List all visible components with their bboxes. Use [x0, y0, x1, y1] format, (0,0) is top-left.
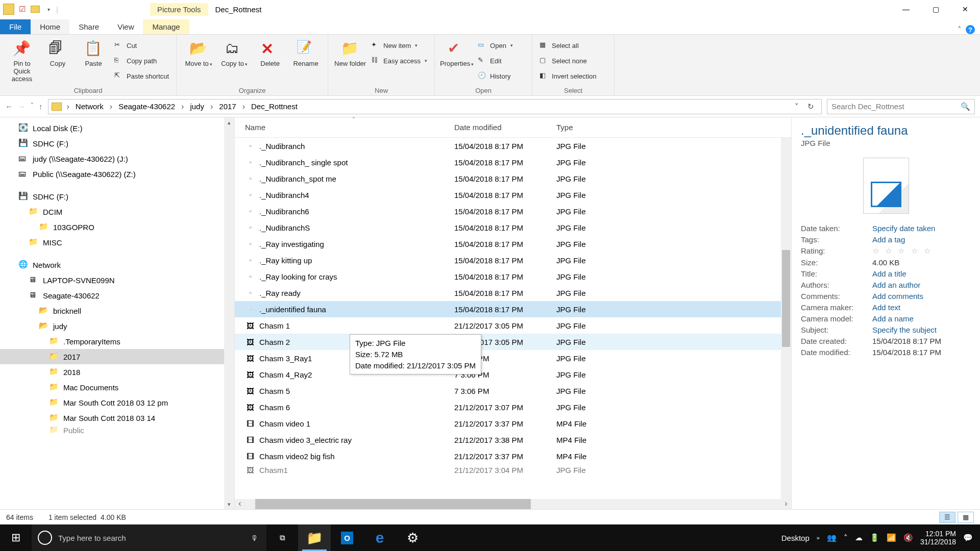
details-row[interactable]: Camera maker:Add text [801, 303, 971, 312]
tree-item[interactable]: 📁2017 [0, 349, 234, 364]
file-row[interactable]: 🎞Chasm video 3_electric ray21/12/2017 3:… [235, 432, 791, 448]
ribbon-collapse-icon[interactable]: ˄ [958, 25, 962, 34]
volume-icon[interactable]: 🔇 [903, 533, 913, 542]
close-button[interactable]: ✕ [950, 0, 980, 18]
bc-network[interactable]: Network [75, 102, 105, 111]
taskbar-outlook[interactable]: O [331, 524, 363, 551]
qat-dropdown-icon[interactable]: ▾ [43, 4, 54, 15]
tree-item[interactable]: 📁Public [0, 425, 234, 435]
copy-button[interactable]: 🗐 Copy [41, 37, 75, 68]
new-item-button[interactable]: ✦New item▾ [369, 39, 429, 52]
horizontal-scrollbar[interactable]: ‹ › [235, 499, 791, 509]
tree-item[interactable]: 🌐Network [0, 257, 234, 272]
contextual-tab-picture-tools[interactable]: Picture Tools [150, 3, 208, 16]
tree-item[interactable]: 🖴Public (\\Seagate-430622) (Z:) [0, 166, 234, 182]
file-row[interactable]: ▫️._Ray investigating15/04/2018 8:17 PMJ… [235, 236, 791, 252]
rename-button[interactable]: 📝Rename [289, 37, 323, 68]
breadcrumb[interactable]: Network Seagate-430622 judy 2017 Dec_Rot… [48, 99, 822, 114]
properties-button[interactable]: ✔Properties▾ [440, 37, 474, 68]
action-center-icon[interactable]: 💬 [963, 533, 973, 542]
tree-scrollbar[interactable]: ▴▾ [224, 117, 234, 509]
tree-item[interactable]: 📁.TemporaryItems [0, 334, 234, 349]
view-large-icons-button[interactable]: ▦ [958, 512, 974, 523]
qat-properties-icon[interactable]: ☑ [16, 4, 28, 15]
delete-button[interactable]: ✕Delete [253, 37, 287, 68]
taskbar-clock[interactable]: 12:01 PM 31/12/2018 [920, 530, 956, 546]
taskbar-search[interactable]: Type here to search 🎙 [32, 524, 266, 551]
breadcrumb-dropdown-icon[interactable]: ˅ [795, 102, 799, 111]
file-row[interactable]: ▫️._NudibranchS15/04/2018 8:17 PMJPG Fil… [235, 219, 791, 236]
bc-judy[interactable]: judy [189, 102, 205, 111]
file-row[interactable]: ▫️._Ray looking for crays15/04/2018 8:17… [235, 268, 791, 285]
tree-item[interactable]: 💽Local Disk (E:) [0, 120, 234, 136]
file-row[interactable]: 🖼Chasm 4_Ray27 3:06 PMJPG File [235, 366, 791, 383]
back-button[interactable]: ← [5, 102, 13, 111]
taskbar-explorer[interactable]: 📁 [298, 524, 331, 551]
file-row[interactable]: ▫️._Nudibranch_ single spot15/04/2018 8:… [235, 154, 791, 170]
taskbar-edge[interactable]: e [363, 524, 396, 551]
battery-icon[interactable]: 🔋 [870, 533, 879, 542]
file-row[interactable]: ▫️._Nudibranch_spot me15/04/2018 8:17 PM… [235, 170, 791, 187]
cut-button[interactable]: ✂Cut [112, 39, 171, 52]
tray-expand-icon[interactable]: ˄ [844, 533, 848, 542]
qat-newfolder-icon[interactable] [30, 4, 41, 15]
tree-item[interactable]: 🖴judy (\\Seagate-430622) (J:) [0, 151, 234, 166]
recent-locations-button[interactable]: ˅ [31, 102, 34, 111]
details-row[interactable]: Tags:Add a tag [801, 235, 971, 244]
wifi-icon[interactable]: 📶 [887, 533, 896, 542]
task-view-button[interactable]: ⧉ [266, 524, 298, 551]
file-row[interactable]: ▫️._Ray kitting up15/04/2018 8:17 PMJPG … [235, 252, 791, 268]
file-row[interactable]: ▫️._Nudibranch415/04/2018 8:17 PMJPG Fil… [235, 187, 791, 203]
tree-item[interactable]: 📁2018 [0, 364, 234, 380]
file-row[interactable]: 🎞Chasm video2 big fish21/12/2017 3:37 PM… [235, 448, 791, 464]
copy-to-button[interactable]: 🗂Copy to▾ [217, 37, 251, 68]
invert-selection-button[interactable]: ◧Invert selection [537, 69, 609, 83]
new-folder-button[interactable]: 📁New folder [333, 37, 367, 68]
open-button[interactable]: ▭Open▾ [476, 39, 527, 52]
file-row[interactable]: 🖼Chasm 121/12/2017 3:05 PMJPG File [235, 317, 791, 334]
tree-item[interactable]: 📁103GOPRO [0, 219, 234, 235]
file-row[interactable]: ▫️._Nudibranch15/04/2018 8:17 PMJPG File [235, 138, 791, 154]
tree-item[interactable]: 💾SDHC (F:) [0, 136, 234, 151]
mic-icon[interactable]: 🎙 [251, 534, 266, 542]
start-button[interactable]: ⊞ [0, 524, 32, 551]
tab-file[interactable]: File [0, 19, 31, 34]
header-name[interactable]: Name [235, 123, 454, 132]
details-row[interactable]: Subject:Specify the subject [801, 325, 971, 334]
file-row[interactable]: ▫️._Nudibranch615/04/2018 8:17 PMJPG Fil… [235, 203, 791, 219]
tree-item[interactable]: 📂judy [0, 318, 234, 334]
tree-item[interactable]: 💾SDHC (F:) [0, 189, 234, 204]
file-row[interactable]: 🖼Chasm 3_Ray17 3:05 PMJPG File [235, 350, 791, 366]
tab-share[interactable]: Share [69, 19, 108, 34]
search-input[interactable]: Search Dec_Rottnest 🔍 [827, 99, 975, 114]
header-date[interactable]: Date modified [454, 123, 556, 132]
taskbar-desktop-toolbar[interactable]: Desktop [781, 534, 810, 542]
select-all-button[interactable]: ▦Select all [537, 39, 609, 52]
tab-manage[interactable]: Manage [143, 19, 189, 34]
tree-item[interactable]: 📁Mar South Cott 2018 03 12 pm [0, 395, 234, 410]
select-none-button[interactable]: ▢Select none [537, 54, 609, 67]
forward-button[interactable]: → [18, 102, 26, 111]
navigation-tree[interactable]: 💽Local Disk (E:)💾SDHC (F:)🖴judy (\\Seaga… [0, 117, 235, 509]
tab-home[interactable]: Home [31, 19, 69, 34]
file-row[interactable]: 🖼Chasm 221/12/2017 3:05 PMJPG File [235, 334, 791, 350]
details-row[interactable]: Title:Add a title [801, 269, 971, 278]
tree-item[interactable]: 📁Mar South Cott 2018 03 14 [0, 410, 234, 425]
maximize-button[interactable]: ▢ [921, 0, 950, 18]
details-row[interactable]: Date taken:Specify date taken [801, 224, 971, 233]
move-to-button[interactable]: 📂Move to▾ [182, 37, 215, 68]
file-row[interactable]: ▫️._Ray ready15/04/2018 8:17 PMJPG File [235, 285, 791, 301]
tree-item[interactable]: 🖥Seagate-430622 [0, 288, 234, 303]
people-icon[interactable]: 👥 [827, 533, 837, 542]
paste-button[interactable]: 📋 Paste [77, 37, 110, 68]
tree-item[interactable]: 📁DCIM [0, 204, 234, 219]
refresh-button[interactable]: ↻ [803, 102, 818, 111]
file-row[interactable]: 🖼Chasm121/12/2017 3:04 PMJPG File [235, 464, 791, 475]
details-row[interactable]: Authors:Add an author [801, 281, 971, 289]
tree-item[interactable]: 🖥LAPTOP-SVNE099N [0, 272, 234, 288]
header-type[interactable]: Type [556, 123, 618, 132]
tree-item[interactable]: 📁MISC [0, 235, 234, 250]
edit-button[interactable]: ✎Edit [476, 54, 527, 67]
chevron-right-icon[interactable]: » [817, 535, 820, 541]
tree-item[interactable]: 📁Mac Documents [0, 380, 234, 395]
